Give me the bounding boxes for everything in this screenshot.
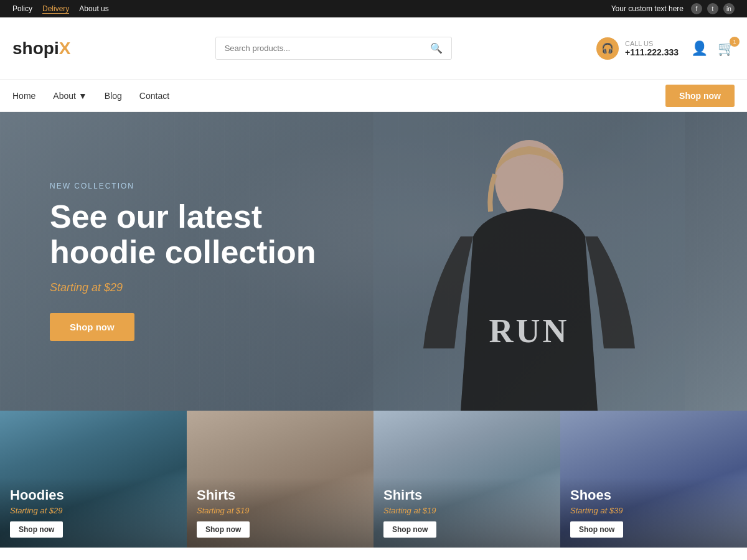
topbar-custom-text: Your custom text here [611, 4, 684, 13]
call-us: 🎧 CALL US +111.222.333 [596, 37, 679, 60]
hero-section: RUN NEW COLLECTION See our latesthoodie … [0, 112, 747, 411]
chevron-down-icon: ▼ [78, 91, 87, 101]
nav-item-about[interactable]: About ▼ [53, 91, 87, 101]
logo-x: X [59, 39, 71, 58]
nav-links: Home About ▼ Blog Contact [12, 91, 169, 101]
account-icon[interactable]: 👤 [691, 40, 708, 57]
product-price: Starting at $19 [197, 506, 364, 515]
product-overlay: Shirts Starting at $19 Shop now [374, 477, 560, 548]
cart-badge: 1 [730, 37, 740, 47]
product-shop-now-button[interactable]: Shop now [570, 521, 623, 538]
topbar-link-about[interactable]: About us [79, 4, 108, 14]
product-name: Shirts [383, 487, 550, 503]
product-name: Shoes [570, 487, 737, 503]
products-grid: Hoodies Starting at $29 Shop now Shirts … [0, 411, 747, 548]
product-shop-now-button[interactable]: Shop now [383, 521, 436, 538]
product-card-3[interactable]: Shoes Starting at $39 Shop now [560, 411, 747, 548]
header-icons: 👤 🛒 1 [691, 40, 735, 57]
facebook-icon[interactable]: f [691, 3, 702, 14]
call-label: CALL US [625, 40, 679, 47]
top-bar-right: Your custom text here f t in [611, 3, 735, 14]
headphone-icon: 🎧 [596, 37, 619, 60]
nav-item-contact[interactable]: Contact [139, 91, 169, 101]
call-info: CALL US +111.222.333 [625, 40, 679, 57]
product-price: Starting at $39 [570, 506, 737, 515]
hero-title: See our latesthoodie collection [50, 199, 316, 270]
search-input[interactable] [216, 37, 421, 59]
topbar-link-delivery[interactable]: Delivery [42, 4, 69, 14]
search-bar: 🔍 [215, 37, 452, 60]
product-name: Hoodies [10, 487, 177, 503]
product-name: Shirts [197, 487, 364, 503]
product-overlay: Hoodies Starting at $29 Shop now [0, 477, 187, 548]
product-shop-now-button[interactable]: Shop now [10, 521, 63, 538]
twitter-icon[interactable]: t [707, 3, 718, 14]
logo[interactable]: shopiX [12, 39, 70, 58]
top-bar-links: Policy Delivery About us [12, 4, 109, 14]
product-price: Starting at $29 [10, 506, 177, 515]
hero-tag: NEW COLLECTION [50, 182, 316, 190]
logo-text: shopi [12, 39, 59, 58]
product-shop-now-button[interactable]: Shop now [197, 521, 250, 538]
nav-shop-now-button[interactable]: Shop now [665, 85, 735, 107]
svg-text:RUN: RUN [489, 312, 570, 350]
search-icon: 🔍 [430, 43, 443, 54]
social-icons: f t in [691, 3, 735, 14]
instagram-icon[interactable]: in [723, 3, 735, 14]
nav-item-blog[interactable]: Blog [105, 91, 122, 101]
main-nav: Home About ▼ Blog Contact Shop now [0, 80, 747, 112]
search-button[interactable]: 🔍 [421, 37, 451, 59]
nav-item-home[interactable]: Home [12, 91, 35, 101]
hero-shop-now-button[interactable]: Shop now [50, 313, 134, 341]
hero-price: Starting at $29 [50, 281, 316, 294]
product-card-1[interactable]: Shirts Starting at $19 Shop now [187, 411, 374, 548]
hero-content: NEW COLLECTION See our latesthoodie coll… [0, 182, 366, 341]
product-overlay: Shoes Starting at $39 Shop now [560, 477, 747, 548]
topbar-link-policy[interactable]: Policy [12, 4, 32, 14]
product-price: Starting at $19 [383, 506, 550, 515]
call-number: +111.222.333 [625, 47, 679, 57]
header: shopiX 🔍 🎧 CALL US +111.222.333 👤 🛒 1 [0, 17, 747, 80]
header-right: 🎧 CALL US +111.222.333 👤 🛒 1 [596, 37, 735, 60]
product-card-2[interactable]: Shirts Starting at $19 Shop now [374, 411, 560, 548]
cart-icon[interactable]: 🛒 1 [718, 40, 735, 57]
top-bar: Policy Delivery About us Your custom tex… [0, 0, 747, 17]
product-card-0[interactable]: Hoodies Starting at $29 Shop now [0, 411, 187, 548]
hero-person-image: RUN [374, 112, 685, 411]
product-overlay: Shirts Starting at $19 Shop now [187, 477, 374, 548]
